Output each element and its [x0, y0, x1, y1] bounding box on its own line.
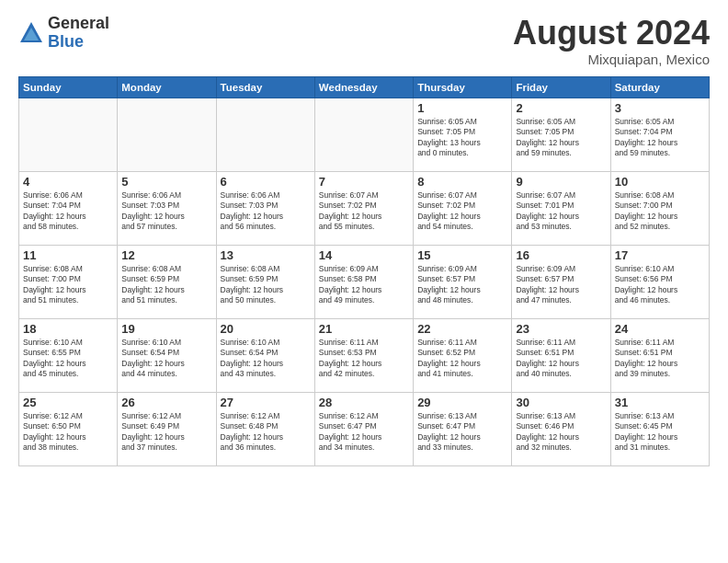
calendar-cell: 17Sunrise: 6:10 AM Sunset: 6:56 PM Dayli…	[610, 245, 709, 318]
calendar-cell: 20Sunrise: 6:10 AM Sunset: 6:54 PM Dayli…	[216, 318, 314, 392]
day-number: 15	[417, 248, 507, 262]
day-number: 26	[121, 396, 211, 409]
calendar-cell: 11Sunrise: 6:08 AM Sunset: 7:00 PM Dayli…	[19, 245, 118, 318]
day-number: 3	[615, 101, 705, 115]
weekday-header-row: SundayMondayTuesdayWednesdayThursdayFrid…	[19, 76, 710, 98]
calendar-cell: 3Sunrise: 6:05 AM Sunset: 7:04 PM Daylig…	[610, 98, 709, 171]
logo-text: General Blue	[48, 15, 109, 52]
weekday-header-saturday: Saturday	[610, 76, 709, 98]
day-number: 29	[417, 396, 507, 409]
day-info: Sunrise: 6:12 AM Sunset: 6:49 PM Dayligh…	[121, 411, 211, 454]
day-number: 2	[516, 101, 606, 115]
weekday-header-friday: Friday	[512, 76, 610, 98]
calendar-cell: 27Sunrise: 6:12 AM Sunset: 6:48 PM Dayli…	[216, 392, 314, 465]
day-info: Sunrise: 6:05 AM Sunset: 7:04 PM Dayligh…	[615, 117, 705, 159]
day-info: Sunrise: 6:06 AM Sunset: 7:03 PM Dayligh…	[121, 190, 211, 233]
month-year: August 2024	[513, 15, 710, 52]
day-number: 11	[23, 248, 113, 262]
weekday-header-sunday: Sunday	[19, 76, 118, 98]
day-number: 28	[319, 396, 409, 409]
day-info: Sunrise: 6:09 AM Sunset: 6:57 PM Dayligh…	[516, 264, 606, 306]
day-info: Sunrise: 6:06 AM Sunset: 7:04 PM Dayligh…	[23, 190, 113, 233]
logo-general-text: General	[48, 15, 109, 33]
day-info: Sunrise: 6:10 AM Sunset: 6:55 PM Dayligh…	[23, 338, 113, 380]
day-info: Sunrise: 6:10 AM Sunset: 6:54 PM Dayligh…	[221, 338, 311, 380]
day-info: Sunrise: 6:12 AM Sunset: 6:50 PM Dayligh…	[23, 411, 113, 454]
calendar-cell: 25Sunrise: 6:12 AM Sunset: 6:50 PM Dayli…	[19, 392, 118, 465]
day-number: 22	[417, 322, 507, 336]
day-number: 4	[23, 175, 113, 189]
day-number: 21	[319, 322, 409, 336]
weekday-header-thursday: Thursday	[414, 76, 512, 98]
calendar-cell: 14Sunrise: 6:09 AM Sunset: 6:58 PM Dayli…	[314, 245, 413, 318]
weekday-header-tuesday: Tuesday	[216, 76, 314, 98]
day-info: Sunrise: 6:08 AM Sunset: 7:00 PM Dayligh…	[615, 190, 705, 233]
calendar-cell: 1Sunrise: 6:05 AM Sunset: 7:05 PM Daylig…	[414, 98, 512, 171]
location: Mixquiapan, Mexico	[513, 52, 710, 67]
day-info: Sunrise: 6:05 AM Sunset: 7:05 PM Dayligh…	[516, 117, 606, 159]
calendar-page: General Blue August 2024 Mixquiapan, Mex…	[0, 0, 728, 563]
day-info: Sunrise: 6:08 AM Sunset: 6:59 PM Dayligh…	[221, 264, 311, 306]
calendar-cell: 18Sunrise: 6:10 AM Sunset: 6:55 PM Dayli…	[19, 318, 118, 392]
day-info: Sunrise: 6:06 AM Sunset: 7:03 PM Dayligh…	[221, 190, 311, 233]
calendar-cell: 22Sunrise: 6:11 AM Sunset: 6:52 PM Dayli…	[414, 318, 512, 392]
calendar-cell: 26Sunrise: 6:12 AM Sunset: 6:49 PM Dayli…	[118, 392, 216, 465]
day-info: Sunrise: 6:07 AM Sunset: 7:02 PM Dayligh…	[417, 190, 507, 233]
day-number: 9	[516, 175, 606, 189]
day-number: 1	[417, 101, 507, 115]
day-info: Sunrise: 6:11 AM Sunset: 6:51 PM Dayligh…	[615, 338, 705, 380]
day-info: Sunrise: 6:07 AM Sunset: 7:02 PM Dayligh…	[319, 190, 409, 233]
day-number: 31	[615, 396, 705, 409]
day-number: 20	[221, 322, 311, 336]
weekday-header-wednesday: Wednesday	[314, 76, 413, 98]
day-number: 12	[121, 248, 211, 262]
calendar-week-row: 18Sunrise: 6:10 AM Sunset: 6:55 PM Dayli…	[19, 318, 710, 392]
calendar-cell: 19Sunrise: 6:10 AM Sunset: 6:54 PM Dayli…	[118, 318, 216, 392]
day-number: 19	[121, 322, 211, 336]
day-info: Sunrise: 6:10 AM Sunset: 6:54 PM Dayligh…	[121, 338, 211, 380]
calendar-cell: 7Sunrise: 6:07 AM Sunset: 7:02 PM Daylig…	[314, 171, 413, 245]
logo-blue-text: Blue	[48, 33, 109, 52]
day-number: 17	[615, 248, 705, 262]
calendar-cell: 21Sunrise: 6:11 AM Sunset: 6:53 PM Dayli…	[314, 318, 413, 392]
calendar-cell: 2Sunrise: 6:05 AM Sunset: 7:05 PM Daylig…	[512, 98, 610, 171]
day-info: Sunrise: 6:11 AM Sunset: 6:53 PM Dayligh…	[319, 338, 409, 380]
day-number: 30	[516, 396, 606, 409]
day-number: 7	[319, 175, 409, 189]
day-info: Sunrise: 6:11 AM Sunset: 6:52 PM Dayligh…	[417, 338, 507, 380]
calendar-cell: 30Sunrise: 6:13 AM Sunset: 6:46 PM Dayli…	[512, 392, 610, 465]
day-info: Sunrise: 6:09 AM Sunset: 6:57 PM Dayligh…	[417, 264, 507, 306]
calendar-cell: 12Sunrise: 6:08 AM Sunset: 6:59 PM Dayli…	[118, 245, 216, 318]
title-block: August 2024 Mixquiapan, Mexico	[513, 15, 710, 67]
weekday-header-monday: Monday	[118, 76, 216, 98]
calendar-cell	[314, 98, 413, 171]
calendar-cell: 16Sunrise: 6:09 AM Sunset: 6:57 PM Dayli…	[512, 245, 610, 318]
day-info: Sunrise: 6:11 AM Sunset: 6:51 PM Dayligh…	[516, 338, 606, 380]
day-info: Sunrise: 6:07 AM Sunset: 7:01 PM Dayligh…	[516, 190, 606, 233]
calendar-cell	[19, 98, 118, 171]
calendar-cell	[216, 98, 314, 171]
day-number: 13	[221, 248, 311, 262]
calendar-cell: 29Sunrise: 6:13 AM Sunset: 6:47 PM Dayli…	[414, 392, 512, 465]
calendar-cell: 9Sunrise: 6:07 AM Sunset: 7:01 PM Daylig…	[512, 171, 610, 245]
day-number: 23	[516, 322, 606, 336]
day-number: 10	[615, 175, 705, 189]
calendar-cell	[118, 98, 216, 171]
calendar-cell: 13Sunrise: 6:08 AM Sunset: 6:59 PM Dayli…	[216, 245, 314, 318]
calendar-week-row: 1Sunrise: 6:05 AM Sunset: 7:05 PM Daylig…	[19, 98, 710, 171]
day-info: Sunrise: 6:05 AM Sunset: 7:05 PM Dayligh…	[417, 117, 507, 159]
day-number: 25	[23, 396, 113, 409]
calendar-cell: 28Sunrise: 6:12 AM Sunset: 6:47 PM Dayli…	[314, 392, 413, 465]
calendar-week-row: 11Sunrise: 6:08 AM Sunset: 7:00 PM Dayli…	[19, 245, 710, 318]
day-number: 8	[417, 175, 507, 189]
calendar-cell: 4Sunrise: 6:06 AM Sunset: 7:04 PM Daylig…	[19, 171, 118, 245]
calendar-cell: 10Sunrise: 6:08 AM Sunset: 7:00 PM Dayli…	[610, 171, 709, 245]
day-info: Sunrise: 6:08 AM Sunset: 7:00 PM Dayligh…	[23, 264, 113, 306]
calendar-week-row: 25Sunrise: 6:12 AM Sunset: 6:50 PM Dayli…	[19, 392, 710, 465]
day-number: 5	[121, 175, 211, 189]
logo: General Blue	[18, 15, 109, 52]
day-info: Sunrise: 6:10 AM Sunset: 6:56 PM Dayligh…	[615, 264, 705, 306]
calendar-cell: 8Sunrise: 6:07 AM Sunset: 7:02 PM Daylig…	[414, 171, 512, 245]
day-number: 24	[615, 322, 705, 336]
day-number: 16	[516, 248, 606, 262]
